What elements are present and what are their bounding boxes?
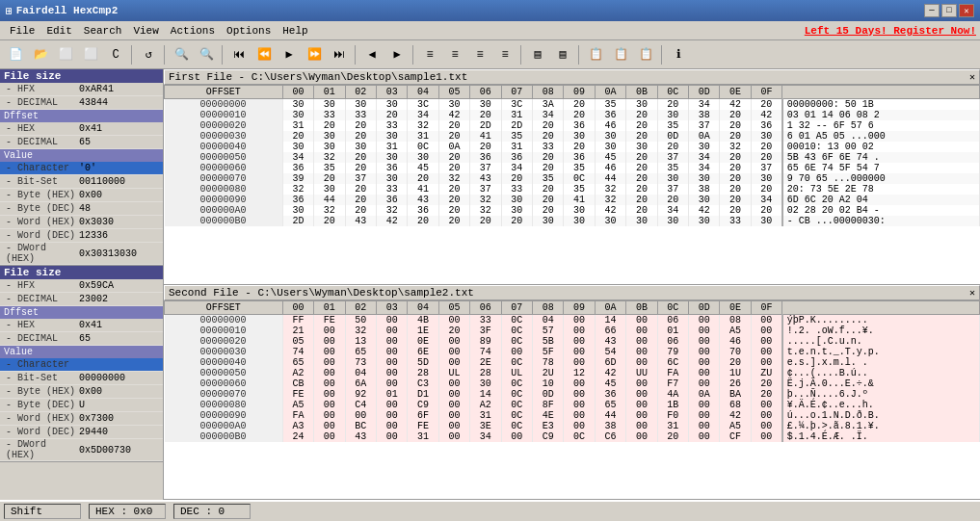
byte-cell[interactable]: 0D (657, 131, 688, 142)
byte-cell[interactable]: 5F (532, 347, 563, 357)
byte-cell[interactable]: 20 (345, 152, 376, 163)
table-row[interactable]: 000000A030322032362032302030422034422020… (165, 205, 980, 216)
byte-cell[interactable]: 36 (564, 152, 595, 163)
byte-cell[interactable]: 41 (470, 131, 501, 142)
byte-cell[interactable]: 3C (501, 99, 532, 111)
byte-cell[interactable]: 0C (501, 336, 532, 347)
byte-cell[interactable]: 38 (689, 184, 720, 195)
byte-cell[interactable]: 00 (564, 336, 595, 347)
byte-cell[interactable]: 20 (626, 163, 657, 173)
byte-cell[interactable]: 20 (751, 378, 781, 389)
byte-cell[interactable]: 35 (532, 173, 563, 184)
toolbar-btn4[interactable]: ⬜ (79, 43, 102, 66)
byte-cell[interactable]: 36 (282, 163, 313, 173)
byte-cell[interactable]: A2 (282, 368, 313, 378)
byte-cell[interactable]: 00 (626, 347, 657, 357)
byte-cell[interactable]: 20 (720, 184, 751, 195)
byte-cell[interactable]: 38 (595, 421, 625, 431)
byte-cell[interactable]: 34 (532, 110, 563, 120)
toolbar-btn3[interactable]: ⬜ (54, 43, 77, 66)
toolbar-info[interactable]: ℹ (667, 43, 690, 66)
table-row[interactable]: 000000703920373020324320350C442030302030… (165, 173, 980, 184)
byte-cell[interactable]: 00 (376, 378, 407, 389)
byte-cell[interactable]: 00 (689, 378, 720, 389)
byte-cell[interactable]: 30 (689, 216, 720, 226)
byte-cell[interactable]: 6D (595, 357, 625, 368)
byte-cell[interactable]: 00 (689, 400, 720, 410)
table-row[interactable]: 0000001030333320344220313420362030382042… (165, 110, 980, 120)
byte-cell[interactable]: 33 (345, 110, 376, 120)
byte-cell[interactable]: 20 (626, 120, 657, 131)
byte-cell[interactable]: 37 (657, 152, 688, 163)
byte-cell[interactable]: 00 (689, 357, 720, 368)
byte-cell[interactable]: 89 (470, 336, 501, 347)
byte-cell[interactable]: 20 (720, 120, 751, 131)
table-row[interactable]: 0000009036442036432032302041322020302034… (165, 195, 980, 205)
byte-cell[interactable]: 20 (657, 142, 688, 152)
byte-cell[interactable]: A3 (282, 421, 313, 431)
byte-cell[interactable]: 20 (314, 120, 345, 131)
byte-cell[interactable]: 0C (501, 314, 532, 326)
byte-cell[interactable]: 74 (470, 347, 501, 357)
byte-cell[interactable]: 00 (376, 368, 407, 378)
byte-cell[interactable]: 20 (720, 195, 751, 205)
byte-cell[interactable]: FE (408, 421, 438, 431)
byte-cell[interactable]: 8F (532, 400, 563, 410)
byte-cell[interactable]: FE (282, 389, 313, 400)
byte-cell[interactable]: 32 (720, 142, 751, 152)
byte-cell[interactable]: 54 (595, 347, 625, 357)
byte-cell[interactable]: 05 (282, 336, 313, 347)
byte-cell[interactable]: 30 (564, 205, 595, 216)
table-row[interactable]: 00000040303030310C0A20313320303020303220… (165, 142, 980, 152)
byte-cell[interactable]: 30 (501, 195, 532, 205)
toolbar-align3[interactable]: ≡ (468, 43, 491, 66)
byte-cell[interactable]: 20 (438, 120, 469, 131)
byte-cell[interactable]: 34 (751, 195, 781, 205)
byte-cell[interactable]: 79 (657, 347, 688, 357)
byte-cell[interactable]: 20 (564, 99, 595, 111)
byte-cell[interactable]: 04 (345, 368, 376, 378)
byte-cell[interactable]: 0C (501, 410, 532, 421)
byte-cell[interactable]: 33 (532, 142, 563, 152)
byte-cell[interactable]: 30 (314, 142, 345, 152)
byte-cell[interactable]: 44 (595, 173, 625, 184)
byte-cell[interactable]: 00 (626, 336, 657, 347)
byte-cell[interactable]: 36 (564, 120, 595, 131)
byte-cell[interactable]: 2D (501, 120, 532, 131)
byte-cell[interactable]: CB (282, 378, 313, 389)
byte-cell[interactable]: 24 (282, 431, 313, 442)
byte-cell[interactable]: 4E (532, 410, 563, 421)
byte-cell[interactable]: 66 (595, 326, 625, 336)
byte-cell[interactable]: 30 (657, 110, 688, 120)
byte-cell[interactable]: 0A (438, 142, 469, 152)
menu-search[interactable]: Search (78, 24, 128, 38)
byte-cell[interactable]: 46 (595, 120, 625, 131)
byte-cell[interactable]: 00 (438, 431, 469, 442)
byte-cell[interactable]: 30 (564, 216, 595, 226)
byte-cell[interactable]: 00 (376, 357, 407, 368)
byte-cell[interactable]: 33 (376, 184, 407, 195)
byte-cell[interactable]: 36 (376, 163, 407, 173)
byte-cell[interactable]: 00 (376, 431, 407, 442)
byte-cell[interactable]: 32 (314, 205, 345, 216)
byte-cell[interactable]: 00 (751, 314, 781, 326)
byte-cell[interactable]: 0C (564, 431, 595, 442)
byte-cell[interactable]: 00 (314, 431, 345, 442)
table-row[interactable]: 000000B02D204342202020203030303030303330… (165, 216, 980, 226)
byte-cell[interactable]: 00 (438, 400, 469, 410)
byte-cell[interactable]: C6 (595, 431, 625, 442)
byte-cell[interactable]: A5 (282, 400, 313, 410)
byte-cell[interactable]: 36 (501, 152, 532, 163)
byte-cell[interactable]: 34 (282, 152, 313, 163)
byte-cell[interactable]: 20 (438, 131, 469, 142)
table-row[interactable]: 000000302030203031204135203030200D0A2030… (165, 131, 980, 142)
byte-cell[interactable]: 00 (751, 400, 781, 410)
byte-cell[interactable]: 34 (689, 163, 720, 173)
table-row[interactable]: 00000020050013000E00890C5B00430006004600… (165, 336, 980, 347)
byte-cell[interactable]: 42 (438, 110, 469, 120)
byte-cell[interactable]: 57 (532, 326, 563, 336)
byte-cell[interactable]: 32 (438, 173, 469, 184)
byte-cell[interactable]: 44 (314, 195, 345, 205)
byte-cell[interactable]: FA (282, 410, 313, 421)
toolbar-nav1[interactable]: ⏮ (227, 43, 251, 66)
